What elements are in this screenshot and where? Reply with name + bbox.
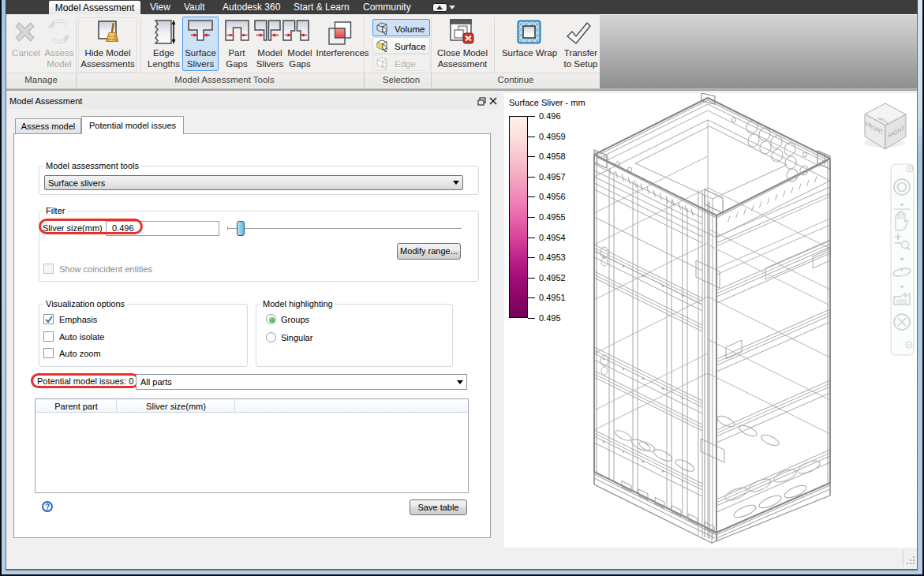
- svg-text:?: ?: [45, 503, 50, 511]
